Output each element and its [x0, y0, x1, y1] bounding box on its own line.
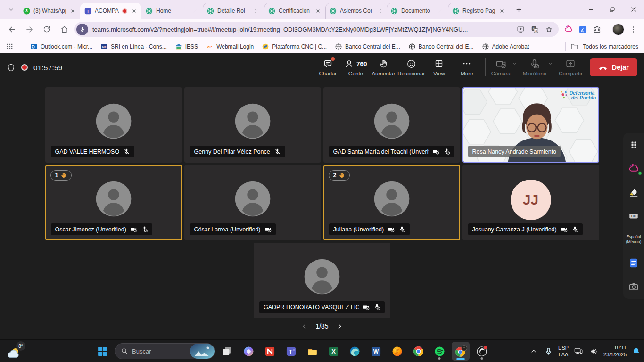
taskbar-app-nitro-icon[interactable]: [261, 342, 279, 361]
device-c-mara[interactable]: Cámara: [491, 58, 520, 76]
new-tab-button[interactable]: [512, 3, 525, 16]
highlighter-tool-icon[interactable]: [628, 187, 639, 198]
all-bookmarks-label[interactable]: Todos los marcadores: [583, 43, 638, 50]
taskbar-app-chrome-icon[interactable]: [409, 342, 427, 361]
browser-tab-detalle-rol[interactable]: Detalle Rol: [203, 3, 264, 19]
participant-tile-genny-del-pilar-v-lez-ponce[interactable]: Genny Del Pilar Vélez Ponce: [184, 87, 321, 163]
browser-tab-acompa[interactable]: TACOMPA: [80, 3, 141, 19]
tab-close-icon[interactable]: [314, 7, 322, 15]
participant-tile-c-sar-larrea-unverified[interactable]: César Larrea (Unverified): [184, 165, 321, 240]
extensions-puzzle-icon[interactable]: [593, 25, 602, 34]
forward-icon[interactable]: [22, 22, 36, 36]
docs-tool-icon[interactable]: [628, 257, 639, 269]
weather-extension-icon[interactable]: [628, 163, 640, 174]
bookmark-plataforma-cnc-c[interactable]: Plataforma CNC | C...: [262, 43, 327, 50]
screenshot-tool-icon[interactable]: [628, 281, 639, 292]
taskbar-app-chrome-profile-icon[interactable]: [452, 342, 470, 361]
device-compartir[interactable]: Compartir: [559, 58, 582, 76]
participant-tile-oscar-jimenez-unverified[interactable]: 1Oscar Jimenez (Unverified): [45, 165, 182, 240]
leave-meeting-button[interactable]: Dejar: [590, 58, 637, 76]
tray-chevron-up-icon[interactable]: [528, 346, 539, 356]
taskbar-app-edge-icon[interactable]: [346, 342, 363, 361]
meet-button-reaccionar[interactable]: Reaccionar: [397, 58, 425, 76]
bookmark-iess[interactable]: IESS: [175, 43, 198, 50]
apps-grid-icon[interactable]: [629, 140, 639, 150]
tab-close-icon[interactable]: [69, 7, 76, 15]
browser-tab-documento[interactable]: Documento: [387, 3, 448, 19]
tray-connect-icon[interactable]: [573, 346, 584, 357]
browser-tab-certificacion[interactable]: Certificacion: [264, 3, 325, 19]
tray-microphone-icon[interactable]: [543, 346, 554, 357]
participant-tile-josuany-carranza-j-unverified[interactable]: JJJosuany Carranza J (Unverified): [462, 165, 599, 240]
translate-extension-icon[interactable]: [578, 25, 587, 34]
install-app-icon[interactable]: [517, 25, 525, 33]
back-icon[interactable]: [5, 22, 19, 36]
meet-button-aumentar[interactable]: Aumentar: [370, 58, 397, 76]
bookmark-sri-en-l-nea-cons[interactable]: SRISRI en Línea - Cons...: [100, 43, 167, 50]
meet-button-more[interactable]: More: [453, 58, 481, 76]
taskbar-app-explorer-icon[interactable]: [303, 342, 321, 361]
taskbar-app-teams-app-icon[interactable]: T: [282, 342, 300, 361]
taskbar-app-copilot-icon[interactable]: [239, 342, 257, 361]
bookmark-adobe-acrobat[interactable]: Adobe Acrobat: [482, 43, 529, 50]
address-bar[interactable]: teams.microsoft.com/v2/?meetingjoin=true…: [74, 22, 559, 37]
taskbar-app-obs-icon[interactable]: [473, 342, 491, 361]
bookmark-outlook-com-micr[interactable]: Outlook.com - Micr...: [30, 43, 92, 50]
url-text[interactable]: teams.microsoft.com/v2/?meetingjoin=true…: [92, 26, 512, 33]
tab-close-icon[interactable]: [437, 7, 444, 15]
site-permissions-mic-icon[interactable]: [76, 24, 88, 35]
browser-tab-asientos-cor[interactable]: Asientos Cor: [325, 3, 387, 19]
tab-close-icon[interactable]: [498, 7, 505, 15]
chevron-down-icon[interactable]: [512, 61, 518, 66]
restore-button[interactable]: [602, 0, 623, 19]
meet-button-charlar[interactable]: Charlar: [314, 58, 342, 76]
tab-search-chevron-icon[interactable]: [4, 2, 18, 16]
profile-avatar[interactable]: [612, 24, 624, 35]
participant-tile-gad-santa-mar-a-del-toachi-unverifi[interactable]: GAD Santa María del Toachi (Unverifi...: [323, 87, 460, 163]
chevron-down-icon[interactable]: [548, 61, 553, 66]
all-bookmarks[interactable]: Todos los marcadores: [565, 42, 638, 51]
translate-page-icon[interactable]: Aa: [531, 25, 539, 33]
tab-close-icon[interactable]: [130, 7, 138, 15]
bookmark-webmail-login[interactable]: cPWebmail Login: [206, 43, 254, 50]
browser-tab-registro-pag[interactable]: Registro Pag: [448, 3, 509, 19]
start-button[interactable]: [93, 342, 111, 361]
tray-speaker-icon[interactable]: [588, 346, 599, 357]
participant-tile-gad-valle-hermoso[interactable]: GAD VALLE HERMOSO: [45, 87, 182, 163]
taskbar-app-taskview-icon[interactable]: [218, 342, 236, 361]
taskbar-app-spotify-icon[interactable]: [430, 342, 448, 361]
notifications-bell-icon[interactable]: [631, 346, 642, 357]
bookmark-banco-central-del-e[interactable]: Banco Central del E...: [408, 43, 474, 50]
weather-widget[interactable]: 8°: [6, 341, 27, 361]
reload-icon[interactable]: [40, 22, 54, 36]
bing-daily-image[interactable]: [190, 344, 215, 359]
apps-grid-icon[interactable]: [6, 42, 14, 50]
next-page-icon[interactable]: [336, 322, 343, 330]
tab-close-icon[interactable]: [375, 7, 383, 15]
tab-close-icon[interactable]: [253, 7, 260, 15]
meet-button-view[interactable]: View: [425, 58, 453, 76]
taskbar-app-firefox-icon[interactable]: [388, 342, 406, 361]
device-micr-fono[interactable]: Micrófono: [523, 58, 556, 76]
participant-tile-rosa-nancy-andrade-sarmiento[interactable]: Defensoríadel PuebloRosa Nancy Andrade S…: [462, 87, 599, 163]
close-button[interactable]: [623, 0, 644, 19]
captions-icon[interactable]: CC: [628, 211, 639, 221]
bookmark-star-icon[interactable]: [545, 25, 553, 33]
taskbar-app-excel-icon[interactable]: X: [324, 342, 342, 361]
previous-page-icon[interactable]: [301, 322, 308, 330]
participant-tile-gadpr-honorato-vasquez-lic-vi[interactable]: GADPR HONORATO VASQUEZ LIC. VI...: [254, 243, 390, 318]
meet-button-gente[interactable]: 760Gente: [342, 58, 370, 76]
taskbar-app-word-icon[interactable]: W: [367, 342, 385, 361]
search-input[interactable]: [132, 348, 186, 355]
tab-close-icon[interactable]: [191, 7, 199, 15]
taskbar-search[interactable]: [115, 343, 215, 359]
browser-menu-icon[interactable]: [629, 25, 637, 33]
participant-tile-juliana-unverified[interactable]: 2Juliana (Unverified): [323, 165, 460, 240]
minimize-button[interactable]: [580, 0, 602, 19]
tray-clock[interactable]: 10:11 23/1/2025: [603, 344, 627, 359]
home-icon[interactable]: [57, 22, 71, 36]
keyboard-language[interactable]: ESP LAA: [558, 345, 569, 358]
browser-tab-3-whatsapp[interactable]: 3(3) WhatsApp: [19, 3, 80, 19]
weather-extension-icon[interactable]: [564, 25, 573, 34]
bookmark-banco-central-del-e[interactable]: Banco Central del E...: [335, 43, 400, 50]
